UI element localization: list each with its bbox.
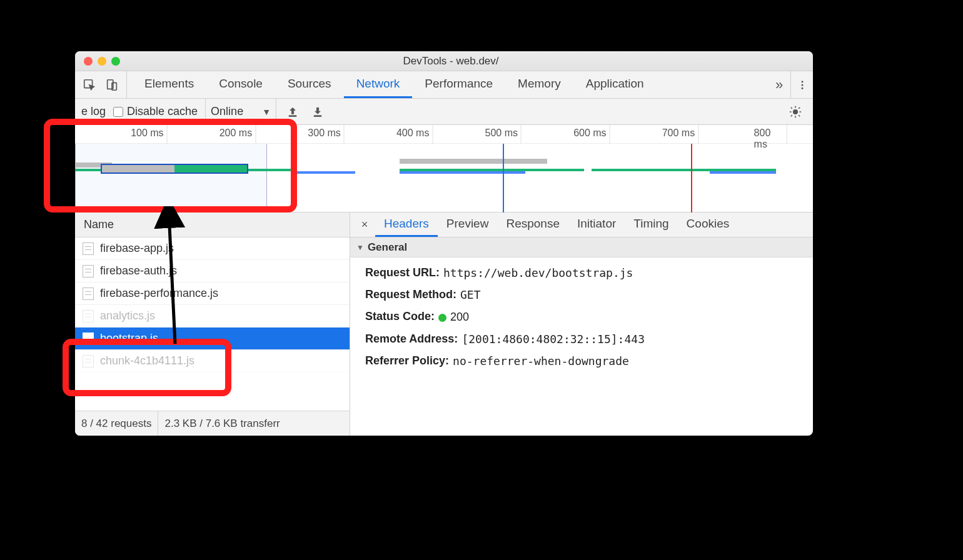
request-row-selected[interactable]: bootstrap.js bbox=[75, 328, 350, 350]
detail-tab-response[interactable]: Response bbox=[497, 212, 568, 237]
file-icon bbox=[83, 310, 94, 322]
devtools-window: DevTools - web.dev/ Elements Console Sou… bbox=[75, 51, 813, 436]
traffic-lights bbox=[75, 57, 120, 66]
tab-performance[interactable]: Performance bbox=[412, 71, 505, 98]
file-icon bbox=[83, 265, 94, 278]
request-row[interactable]: analytics.js bbox=[75, 305, 350, 328]
inspect-element-icon[interactable] bbox=[81, 77, 98, 93]
detail-tab-timing[interactable]: Timing bbox=[625, 212, 677, 237]
tab-network[interactable]: Network bbox=[344, 71, 413, 98]
main-tabs: Elements Console Sources Network Perform… bbox=[75, 71, 813, 99]
window-title: DevTools - web.dev/ bbox=[120, 55, 813, 68]
timeline-ruler: 100 ms 200 ms 300 ms 400 ms 500 ms 600 m… bbox=[75, 125, 813, 144]
tab-console[interactable]: Console bbox=[206, 71, 275, 98]
file-icon bbox=[83, 288, 94, 300]
overview-body bbox=[75, 144, 813, 212]
detail-tab-headers[interactable]: Headers bbox=[375, 212, 438, 237]
detail-tab-cookies[interactable]: Cookies bbox=[678, 212, 739, 237]
triangle-down-icon: ▼ bbox=[356, 243, 364, 252]
minimize-window-dot[interactable] bbox=[98, 57, 106, 66]
throttling-select[interactable]: Online ▼ bbox=[205, 99, 276, 124]
upload-icon[interactable] bbox=[284, 103, 301, 121]
close-window-dot[interactable] bbox=[84, 57, 93, 66]
svg-point-5 bbox=[801, 87, 803, 89]
file-icon bbox=[83, 355, 94, 368]
svg-point-8 bbox=[794, 109, 797, 113]
title-bar: DevTools - web.dev/ bbox=[75, 51, 813, 71]
detail-pane: × Headers Preview Response Initiator Tim… bbox=[350, 212, 813, 436]
preserve-log-label-partial: e log bbox=[81, 105, 106, 118]
tab-sources[interactable]: Sources bbox=[275, 71, 344, 98]
chevron-down-icon: ▼ bbox=[262, 107, 271, 117]
detail-tab-preview[interactable]: Preview bbox=[438, 212, 498, 237]
close-detail-icon[interactable]: × bbox=[354, 218, 375, 231]
request-status-bar: 8 / 42 requests 2.3 KB / 7.6 KB transfer… bbox=[75, 411, 350, 436]
kebab-menu-icon[interactable] bbox=[790, 71, 813, 98]
disable-cache-checkbox[interactable] bbox=[113, 107, 123, 117]
network-overview[interactable]: 100 ms 200 ms 300 ms 400 ms 500 ms 600 m… bbox=[75, 125, 813, 212]
request-row[interactable]: firebase-auth.js bbox=[75, 260, 350, 282]
request-list-header[interactable]: Name bbox=[75, 212, 350, 238]
device-toolbar-icon[interactable] bbox=[104, 77, 120, 93]
request-list: Name firebase-app.js firebase-auth.js fi… bbox=[75, 212, 350, 436]
tab-application[interactable]: Application bbox=[573, 71, 657, 98]
status-ok-dot bbox=[438, 314, 446, 322]
file-icon bbox=[83, 332, 94, 345]
svg-rect-7 bbox=[314, 115, 321, 116]
detail-tab-initiator[interactable]: Initiator bbox=[568, 212, 625, 237]
download-icon[interactable] bbox=[309, 103, 326, 121]
tab-elements[interactable]: Elements bbox=[132, 71, 206, 98]
request-row[interactable]: firebase-performance.js bbox=[75, 282, 350, 305]
file-icon bbox=[83, 242, 94, 255]
tab-memory[interactable]: Memory bbox=[505, 71, 573, 98]
general-section-header[interactable]: ▼ General bbox=[350, 238, 813, 258]
request-row[interactable]: firebase-app.js bbox=[75, 238, 350, 260]
svg-rect-6 bbox=[289, 115, 296, 116]
request-row[interactable]: chunk-4c1b4111.js bbox=[75, 350, 350, 372]
gear-icon[interactable] bbox=[787, 103, 804, 121]
detail-tabs: × Headers Preview Response Initiator Tim… bbox=[350, 212, 813, 238]
disable-cache-label: Disable cache bbox=[127, 105, 198, 118]
svg-point-3 bbox=[801, 81, 803, 82]
svg-point-4 bbox=[801, 84, 803, 86]
maximize-window-dot[interactable] bbox=[111, 57, 120, 66]
more-tabs-icon[interactable]: » bbox=[768, 77, 790, 93]
network-toolbar: e log Disable cache Online ▼ bbox=[75, 99, 813, 125]
